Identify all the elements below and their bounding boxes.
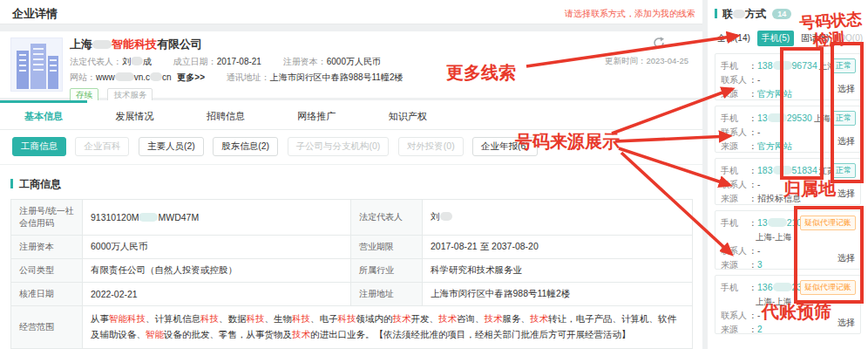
select-button[interactable]: 选择: [837, 188, 855, 200]
contact-tab-mobile[interactable]: 手机(5): [757, 31, 794, 46]
annotation-source-demo: 号码来源展示: [515, 130, 620, 154]
select-button[interactable]: 选择: [837, 83, 855, 95]
refresh-icon[interactable]: [652, 36, 666, 50]
tab-ip[interactable]: 知识产权: [364, 100, 451, 130]
privacy-blur: [773, 283, 792, 291]
accent-bar: [715, 9, 717, 18]
company-meta-row2: 网站：wwwvn.ccn 更多>> 通讯地址：上海市闵行区中春路988号11幢2…: [70, 72, 403, 84]
top-bar: 企业详情 请选择联系方式，添加为我的线索: [0, 0, 702, 24]
privacy-blur: [115, 72, 134, 81]
privacy-blur: [139, 213, 158, 222]
table-row: 公司类型 有限责任公司（自然人投资或控股） 所属行业 科学研究和技术服务业: [11, 259, 693, 283]
business-info-table: 注册号/统一社会信用码 91310120MMWD47M 法定代表人 刘 注册资本…: [10, 199, 693, 349]
update-time: 更新时间：2023-04-25: [0, 56, 688, 67]
source-link[interactable]: 2: [757, 325, 763, 334]
status-badge: 正常: [831, 111, 856, 126]
privacy-blur: [768, 113, 787, 122]
status-badge: 疑似代理记账: [800, 280, 856, 295]
tab-development[interactable]: 发展情况: [91, 100, 178, 130]
website-more-link[interactable]: 更多>>: [177, 72, 205, 82]
privacy-blur: [768, 218, 787, 227]
select-button[interactable]: 选择: [837, 317, 855, 329]
pill-business-info[interactable]: 工商信息: [12, 137, 66, 156]
pill-key-people[interactable]: 主要人员(2): [139, 137, 204, 156]
select-button[interactable]: 选择: [837, 135, 855, 147]
select-contact-hint: 请选择联系方式，添加为我的线索: [565, 8, 695, 20]
contact-card: 手机：13896734上海-上海 联系人：- 来源：官方网站 正常 选择: [715, 53, 861, 100]
tab-basic-info[interactable]: 基本信息: [0, 100, 87, 130]
contact-panel: 联方式 14 全部(14)手机(5)固话(5)QQ(0)邮箱(4) 手机：138…: [708, 0, 868, 349]
annotation-number-status: 号码状态 检测: [799, 10, 865, 51]
main-tabs: 基本信息 发展情况 招聘信息 网络推广 知识产权: [0, 100, 702, 130]
pill-subsidiaries[interactable]: 子公司与分支机构(0): [288, 137, 390, 156]
accent-bar: [10, 179, 13, 188]
region-label: 上海-上海: [756, 232, 791, 242]
pill-investments[interactable]: 对外投资(0): [398, 137, 464, 156]
table-row: 核准日期 2022-02-21 注册地址 上海市闵行区中春路988号11幢2楼: [11, 283, 693, 306]
select-button[interactable]: 选择: [837, 252, 855, 264]
source-link[interactable]: 官方网站: [757, 141, 792, 151]
tab-recruitment[interactable]: 招聘信息: [182, 100, 269, 130]
contact-count-badge: 14: [772, 9, 791, 19]
status-badge: 正常: [831, 58, 856, 73]
source-link[interactable]: 官方网站: [757, 89, 792, 99]
privacy-blur: [92, 40, 112, 49]
status-badge: 正常: [831, 163, 856, 178]
pill-wiki[interactable]: 企业百科: [75, 137, 129, 156]
contact-tab-all[interactable]: 全部(14): [715, 31, 753, 46]
company-card: 上海智能科技有限公司 法定代表人：刘成 成立日期：2017-08-21 注册资本…: [0, 31, 702, 98]
privacy-blur: [773, 166, 792, 174]
privacy-blur: [440, 212, 452, 221]
privacy-blur: [733, 10, 745, 18]
annotation-agent-screening: 代账预筛: [762, 300, 831, 324]
section-title: 工商信息: [10, 177, 702, 192]
company-name: 上海智能科技有限公司: [70, 37, 202, 52]
status-badge: 疑似代理记账: [800, 216, 856, 230]
pill-shareholders[interactable]: 股东信息(2): [213, 137, 278, 156]
source-link[interactable]: 3: [757, 260, 763, 270]
tab-promotion[interactable]: 网络推广: [273, 100, 360, 130]
main-area: 企业详情 请选择联系方式，添加为我的线索: [0, 0, 702, 349]
contact-card: 手机：1329530上海-上海 联系人：- 来源：官方网站 正常 选择: [715, 106, 861, 153]
table-row: 注册号/统一社会信用码 91310120MMWD47M 法定代表人 刘: [11, 200, 693, 236]
scope-text: 从事智能科技、计算机信息科技、数据科技、生物科技、电子科技领域内的技术开发、技术…: [83, 306, 693, 349]
table-row: 经营范围 从事智能科技、计算机信息科技、数据科技、生物科技、电子科技领域内的技术…: [11, 306, 693, 349]
privacy-blur: [150, 72, 162, 81]
privacy-blur: [773, 61, 792, 70]
contact-card: 手机：1321075 上海-上海 联系人：- 来源：3 疑似代理记账 选择: [715, 210, 861, 270]
page: 企业详情 请选择联系方式，添加为我的线索: [0, 0, 868, 349]
table-row: 注册资本 6000万人民币 营业期限 2017-08-21 至 2037-08-…: [11, 236, 693, 259]
page-title: 企业详情: [12, 6, 58, 22]
annotation-region: 归属地: [783, 177, 836, 201]
annotation-more-clues: 更多线索: [446, 61, 516, 85]
